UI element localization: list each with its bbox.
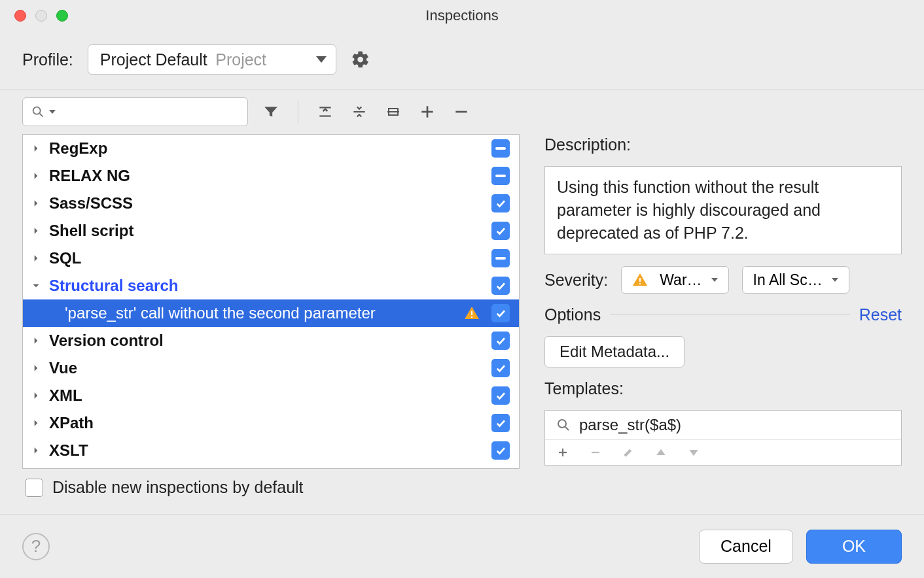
search-box[interactable]: [22, 97, 248, 126]
dialog-footer: ? Cancel OK: [0, 514, 924, 578]
tree-branch[interactable]: RegExp: [23, 135, 519, 162]
template-value: parse_str($a$): [579, 416, 681, 434]
inspection-checkbox[interactable]: [491, 194, 510, 212]
inspection-checkbox[interactable]: [491, 441, 510, 460]
tree-item-label: XPath: [49, 414, 485, 432]
inspection-checkbox[interactable]: [491, 277, 510, 295]
help-button[interactable]: ?: [22, 533, 50, 560]
description-label: Description:: [544, 135, 902, 154]
chevron-right-icon[interactable]: [29, 418, 43, 428]
tree-item-label: RegExp: [49, 139, 485, 158]
chevron-right-icon[interactable]: [29, 144, 43, 153]
move-down-icon[interactable]: [686, 445, 701, 460]
severity-value: War…: [660, 271, 702, 289]
svg-rect-10: [471, 311, 472, 315]
divider: [610, 314, 850, 315]
search-input[interactable]: [60, 103, 240, 120]
scope-combo[interactable]: In All Sc…: [742, 266, 849, 294]
tree-branch[interactable]: XML: [23, 382, 519, 409]
profile-value: Project Default: [100, 50, 207, 69]
severity-combo[interactable]: War…: [621, 266, 728, 294]
chevron-right-icon[interactable]: [29, 199, 43, 208]
filter-icon[interactable]: [260, 101, 282, 123]
chevron-right-icon[interactable]: [29, 446, 43, 455]
ok-button[interactable]: OK: [806, 530, 902, 564]
search-icon: [31, 105, 45, 119]
inspection-checkbox[interactable]: [491, 167, 510, 185]
inspection-checkbox[interactable]: [491, 139, 510, 158]
tree-branch[interactable]: YAML: [23, 464, 519, 469]
tree-leaf[interactable]: 'parse_str' call without the second para…: [23, 299, 519, 327]
scope-value: In All Sc…: [753, 271, 823, 289]
edit-template-icon[interactable]: [621, 445, 635, 460]
tree-branch[interactable]: Shell script: [23, 217, 519, 245]
tree-branch[interactable]: SQL: [23, 245, 519, 272]
profile-combo[interactable]: Project Default Project: [88, 44, 336, 75]
profile-hint: Project: [215, 50, 266, 69]
tree-branch[interactable]: RELAX NG: [23, 162, 519, 190]
disable-new-inspections-row[interactable]: Disable new inspections by default: [22, 469, 520, 506]
svg-line-15: [565, 427, 569, 430]
tree-item-label: Version control: [49, 332, 485, 350]
chevron-right-icon[interactable]: [29, 254, 43, 263]
disable-new-inspections-checkbox[interactable]: [25, 479, 43, 497]
tree-branch[interactable]: Vue: [23, 354, 519, 382]
chevron-right-icon[interactable]: [29, 336, 43, 345]
reset-link[interactable]: Reset: [859, 305, 902, 324]
edit-metadata-button[interactable]: Edit Metadata...: [544, 336, 684, 367]
chevron-right-icon[interactable]: [29, 364, 43, 373]
tree-item-label: RELAX NG: [49, 167, 485, 185]
svg-point-0: [33, 107, 41, 114]
gear-icon[interactable]: [351, 50, 370, 69]
options-label: Options: [544, 305, 601, 324]
inspection-checkbox[interactable]: [491, 414, 510, 432]
chevron-right-icon[interactable]: [29, 171, 43, 180]
tree-branch[interactable]: Version control: [23, 327, 519, 354]
remove-template-icon[interactable]: [588, 445, 603, 460]
templates-filter[interactable]: parse_str($a$): [545, 411, 901, 439]
severity-label: Severity:: [544, 271, 608, 290]
tree-branch[interactable]: Sass/SCSS: [23, 190, 519, 217]
templates-box: parse_str($a$): [544, 410, 902, 466]
profile-header: Profile: Project Default Project: [0, 31, 924, 90]
svg-rect-12: [639, 278, 641, 282]
inspection-checkbox[interactable]: [491, 332, 510, 350]
tree-branch[interactable]: XPath: [23, 409, 519, 437]
inspection-checkbox[interactable]: [491, 359, 510, 377]
separator: [298, 101, 298, 123]
tree-item-label: Shell script: [49, 222, 485, 240]
search-icon: [556, 417, 571, 433]
expand-all-icon[interactable]: [314, 101, 336, 123]
disable-new-inspections-label: Disable new inspections by default: [52, 478, 304, 497]
svg-line-1: [40, 114, 43, 117]
remove-icon[interactable]: [450, 101, 472, 123]
inspection-checkbox[interactable]: [491, 222, 510, 240]
chevron-right-icon[interactable]: [29, 226, 43, 235]
tree-toolbar: [0, 90, 924, 134]
add-icon[interactable]: [416, 101, 438, 123]
warning-icon: [632, 272, 648, 288]
inspection-checkbox[interactable]: [491, 304, 510, 322]
inspection-checkbox[interactable]: [491, 249, 510, 267]
tree-item-label: 'parse_str' call without the second para…: [65, 304, 464, 322]
tree-branch[interactable]: Structural search: [23, 272, 519, 299]
collapse-all-icon[interactable]: [348, 101, 370, 123]
add-template-icon[interactable]: [556, 445, 570, 460]
chevron-down-icon: [316, 56, 327, 63]
cancel-button[interactable]: Cancel: [699, 530, 793, 564]
tree-item-label: XML: [49, 386, 485, 405]
dropdown-arrow-icon: [49, 110, 56, 114]
reset-defaults-icon[interactable]: [382, 101, 404, 123]
chevron-down-icon: [832, 278, 838, 282]
move-up-icon[interactable]: [654, 445, 668, 460]
tree-branch[interactable]: XSLT: [23, 437, 519, 464]
chevron-right-icon[interactable]: [29, 391, 43, 400]
inspections-tree[interactable]: RegExpRELAX NGSass/SCSSShell scriptSQLSt…: [22, 134, 520, 469]
window-title: Inspections: [0, 7, 924, 24]
svg-rect-13: [639, 283, 641, 284]
tree-item-label: Sass/SCSS: [49, 194, 485, 212]
tree-item-label: XSLT: [49, 441, 485, 460]
chevron-down-icon[interactable]: [29, 281, 43, 290]
svg-rect-11: [471, 316, 472, 318]
inspection-checkbox[interactable]: [491, 386, 510, 405]
